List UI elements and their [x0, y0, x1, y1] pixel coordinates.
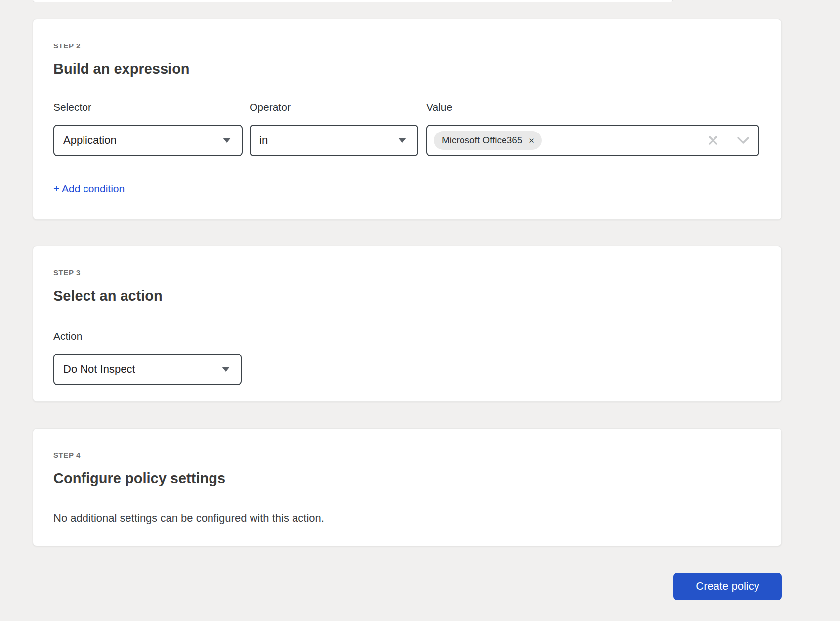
chip-remove-icon[interactable]: ✕ — [528, 137, 535, 144]
selector-field: Selector Application — [53, 102, 243, 156]
step-3-card: STEP 3 Select an action Action Do Not In… — [33, 246, 782, 402]
step-3-title: Select an action — [53, 287, 759, 305]
operator-dropdown[interactable]: in — [250, 125, 418, 156]
step-3-label: STEP 3 — [53, 269, 759, 277]
action-dropdown[interactable]: Do Not Inspect — [53, 354, 242, 385]
operator-label: Operator — [250, 102, 418, 112]
step-2-card: STEP 2 Build an expression Selector Appl… — [33, 19, 782, 220]
selector-dropdown[interactable]: Application — [53, 125, 243, 156]
page-canvas: STEP 2 Build an expression Selector Appl… — [0, 0, 840, 621]
value-label: Value — [426, 102, 759, 112]
chevron-down-icon[interactable] — [737, 136, 750, 144]
operator-field: Operator in — [250, 102, 418, 156]
previous-card-bottom-edge — [33, 0, 673, 2]
action-dropdown-value: Do Not Inspect — [63, 363, 222, 376]
value-chip-text: Microsoft Office365 — [442, 135, 522, 146]
action-field: Action Do Not Inspect — [53, 331, 242, 385]
no-settings-note: No additional settings can be configured… — [53, 511, 759, 526]
caret-down-icon — [222, 367, 230, 372]
step-4-label: STEP 4 — [53, 451, 759, 460]
action-fields-row: Action Do Not Inspect — [53, 331, 759, 385]
selector-dropdown-value: Application — [63, 134, 223, 147]
value-chip: Microsoft Office365 ✕ — [434, 131, 542, 150]
step-4-title: Configure policy settings — [53, 470, 759, 487]
operator-dropdown-value: in — [259, 134, 398, 147]
clear-selection-icon[interactable] — [708, 135, 718, 145]
step-4-card: STEP 4 Configure policy settings No addi… — [33, 428, 782, 546]
add-condition-link[interactable]: + Add condition — [53, 183, 125, 195]
step-2-label: STEP 2 — [53, 42, 759, 50]
create-policy-button[interactable]: Create policy — [673, 573, 782, 600]
caret-down-icon — [398, 138, 406, 143]
action-label: Action — [53, 331, 242, 341]
value-multiselect[interactable]: Microsoft Office365 ✕ — [426, 125, 759, 156]
caret-down-icon — [223, 138, 231, 143]
value-field: Value Microsoft Office365 ✕ — [426, 102, 759, 156]
expression-fields-row: Selector Application Operator in Value M… — [53, 102, 759, 156]
step-2-title: Build an expression — [53, 60, 759, 78]
selector-label: Selector — [53, 102, 243, 112]
